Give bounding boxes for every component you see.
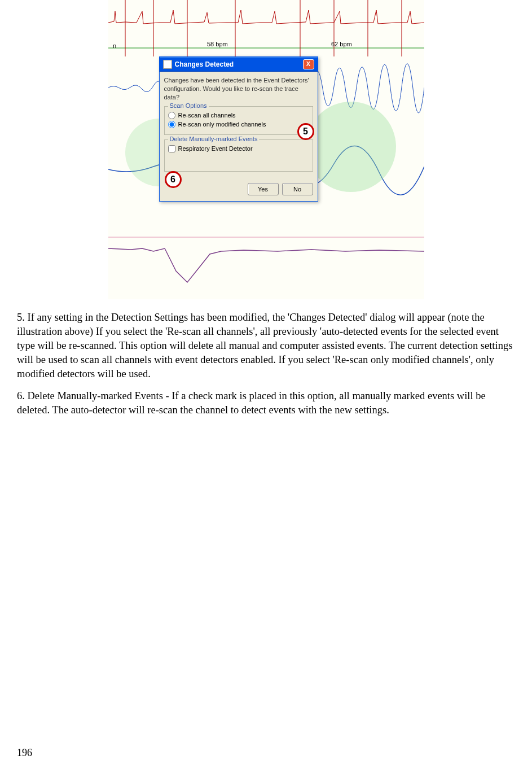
page-number: 196 bbox=[17, 747, 32, 759]
close-icon: X bbox=[306, 60, 310, 67]
bpm-label-1: 58 bpm bbox=[207, 41, 228, 47]
radio-rescan-modified[interactable] bbox=[168, 121, 175, 128]
check-respiratory-label: Respiratory Event Detector bbox=[178, 145, 253, 152]
callout-6: 6 bbox=[165, 171, 182, 188]
no-button[interactable]: No bbox=[282, 183, 313, 195]
callout-6-number: 6 bbox=[170, 174, 175, 185]
radio-rescan-all-label: Re-scan all channels bbox=[178, 112, 236, 119]
radio-rescan-all-row[interactable]: Re-scan all channels bbox=[168, 112, 309, 119]
paragraph-6: 6. Delete Manually-marked Events - If a … bbox=[17, 389, 515, 417]
check-respiratory[interactable] bbox=[168, 145, 175, 152]
close-button[interactable]: X bbox=[303, 59, 314, 69]
app-icon bbox=[163, 60, 172, 69]
callout-5-number: 5 bbox=[303, 126, 308, 137]
changes-detected-dialog: Changes Detected X Changes have been det… bbox=[159, 56, 318, 202]
radio-rescan-modified-row[interactable]: Re-scan only modified channels bbox=[168, 121, 309, 128]
delete-events-group: Delete Manually-marked Events Respirator… bbox=[164, 139, 313, 172]
dialog-title-text: Changes Detected bbox=[175, 60, 234, 68]
figure-container: 58 bpm 62 bpm n bbox=[108, 0, 424, 299]
delete-events-title: Delete Manually-marked Events bbox=[168, 136, 260, 142]
dialog-titlebar[interactable]: Changes Detected X bbox=[160, 57, 318, 72]
n-label: n bbox=[113, 42, 116, 49]
callout-5: 5 bbox=[297, 123, 314, 140]
svg-point-9 bbox=[306, 102, 396, 192]
bpm-label-2: 62 bpm bbox=[331, 41, 352, 47]
yes-button[interactable]: Yes bbox=[248, 183, 279, 195]
dialog-message: Changes have been detected in the Event … bbox=[164, 76, 313, 102]
radio-rescan-modified-label: Re-scan only modified channels bbox=[178, 121, 266, 128]
paragraph-5: 5. If any setting in the Detection Setti… bbox=[17, 311, 515, 381]
radio-rescan-all[interactable] bbox=[168, 112, 175, 119]
scan-options-title: Scan Options bbox=[168, 102, 209, 109]
scan-options-group: Scan Options Re-scan all channels Re-sca… bbox=[164, 106, 313, 135]
check-respiratory-row[interactable]: Respiratory Event Detector bbox=[168, 145, 309, 152]
